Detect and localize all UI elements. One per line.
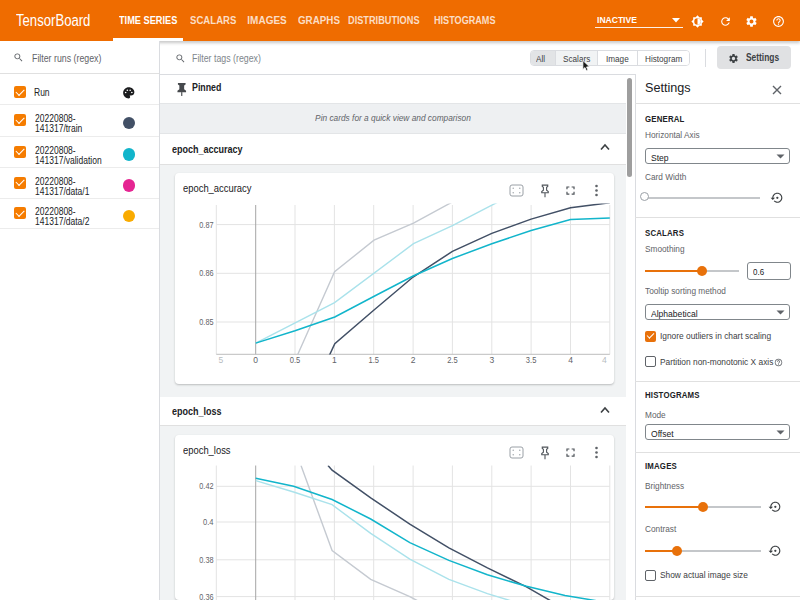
- svg-text:0.38: 0.38: [199, 555, 213, 565]
- svg-text:4: 4: [602, 355, 607, 365]
- svg-text:0.85: 0.85: [199, 317, 213, 327]
- svg-text:2.5: 2.5: [447, 355, 458, 365]
- svg-text:0: 0: [253, 355, 258, 365]
- svg-text:0.86: 0.86: [199, 268, 213, 278]
- svg-text:3: 3: [489, 355, 494, 365]
- svg-text:0.4: 0.4: [203, 517, 214, 527]
- svg-text:0.36: 0.36: [199, 592, 213, 600]
- svg-text:1: 1: [332, 355, 337, 365]
- svg-text:0.5: 0.5: [290, 355, 301, 365]
- svg-text:2: 2: [411, 355, 416, 365]
- svg-text:0.87: 0.87: [199, 220, 213, 230]
- svg-text:1.5: 1.5: [368, 355, 379, 365]
- svg-text:5: 5: [219, 355, 224, 365]
- svg-text:3.5: 3.5: [526, 355, 537, 365]
- svg-text:0.42: 0.42: [199, 481, 213, 491]
- svg-text:4: 4: [568, 355, 573, 365]
